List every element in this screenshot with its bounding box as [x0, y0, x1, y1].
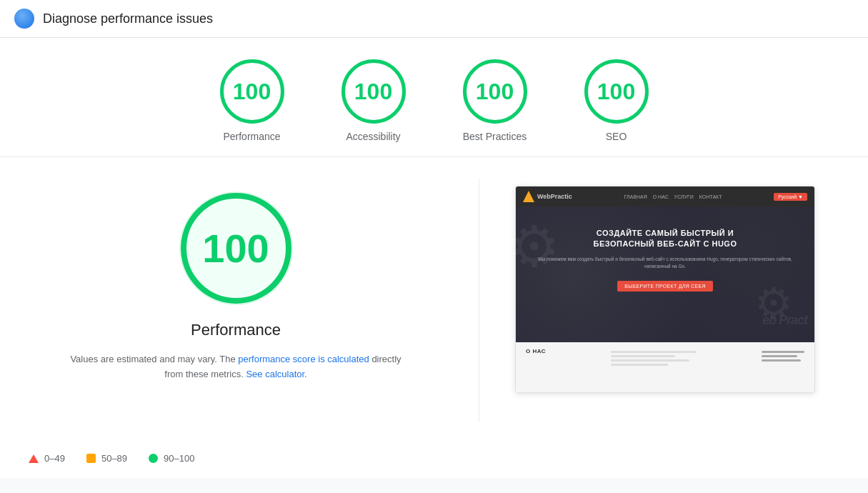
score-circle-best-practices: 100 — [463, 59, 527, 124]
vertical-divider — [479, 179, 479, 422]
preview-hero-subtitle: Мы поможем вам создать быстрый и безопас… — [530, 256, 800, 270]
preview-nav-link-4: КОНТАКТ — [699, 194, 722, 199]
preview-logo-icon — [523, 191, 534, 202]
preview-hero-title: СОЗДАЙТЕ САМЫЙ БЫСТРЫЙ ИБЕЗОПАСНЫЙ ВЕБ-С… — [530, 228, 800, 250]
preview-hero-text: СОЗДАЙТЕ САМЫЙ БЫСТРЫЙ ИБЕЗОПАСНЫЙ ВЕБ-С… — [530, 228, 800, 292]
big-score-value: 100 — [202, 225, 269, 272]
preview-bottom: О НАС — [516, 342, 814, 392]
score-item-seo[interactable]: 100 SEO — [584, 59, 649, 142]
legend-orange-icon — [86, 454, 96, 463]
legend-range-red: 0–49 — [44, 453, 65, 464]
preview-right-line-2 — [762, 355, 797, 357]
legend-item-orange: 50–89 — [86, 453, 127, 464]
score-circle-seo: 100 — [584, 59, 649, 124]
detail-section: 100 Performance Values are estimated and… — [0, 157, 868, 443]
legend-range-green: 90–100 — [164, 453, 194, 464]
legend-red-icon — [29, 454, 39, 463]
description-part1: Values are estimated and may vary. The — [70, 354, 238, 364]
detail-right: WebPractic ГЛАВНАЯ О НАС УСЛУГИ КОНТАКТ … — [515, 179, 839, 422]
detail-title: Performance — [191, 321, 281, 339]
preview-right-line-1 — [762, 351, 804, 353]
legend-item-green: 90–100 — [149, 453, 194, 464]
score-label-accessibility: Accessibility — [346, 131, 400, 142]
scores-section: 100 Performance 100 Accessibility 100 Be… — [0, 38, 868, 157]
performance-score-link[interactable]: performance score is calculated — [238, 354, 369, 364]
score-label-performance: Performance — [223, 131, 280, 142]
lighthouse-icon — [14, 9, 34, 29]
big-score-circle: 100 — [181, 193, 291, 304]
score-circle-accessibility: 100 — [341, 59, 406, 124]
score-label-seo: SEO — [606, 131, 627, 142]
preview-nav-link-2: О НАС — [653, 194, 669, 199]
preview-lines — [611, 351, 697, 366]
preview-watermark: eb Pract — [762, 313, 807, 328]
score-value-best-practices: 100 — [476, 79, 514, 105]
legend-section: 0–49 50–89 90–100 — [0, 443, 868, 478]
preview-nav-btn: Русский ▼ — [774, 193, 807, 201]
preview-section-info: О НАС — [526, 348, 546, 354]
preview-right-line-3 — [762, 359, 801, 362]
score-circle-performance: 100 — [220, 59, 284, 124]
score-label-best-practices: Best Practices — [463, 131, 527, 142]
preview-nav: WebPractic ГЛАВНАЯ О НАС УСЛУГИ КОНТАКТ … — [516, 186, 814, 206]
score-value-accessibility: 100 — [354, 79, 392, 105]
preview-hero: ⚙ ⚙ СОЗДАЙТЕ САМЫЙ БЫСТРЫЙ ИБЕЗОПАСНЫЙ В… — [516, 206, 814, 342]
score-value-performance: 100 — [233, 79, 271, 105]
score-value-seo: 100 — [597, 79, 635, 105]
header-bar: Diagnose performance issues — [0, 0, 868, 38]
score-item-performance[interactable]: 100 Performance — [220, 59, 284, 142]
main-content: 100 Performance 100 Accessibility 100 Be… — [0, 38, 868, 478]
detail-left: 100 Performance Values are estimated and… — [29, 179, 443, 422]
score-item-best-practices[interactable]: 100 Best Practices — [463, 59, 527, 142]
legend-range-orange: 50–89 — [101, 453, 127, 464]
description-text: Values are estimated and may vary. The p… — [64, 352, 407, 382]
score-item-accessibility[interactable]: 100 Accessibility — [341, 59, 406, 142]
preview-line-1 — [611, 351, 697, 353]
preview-section-title: О НАС — [526, 348, 546, 354]
preview-nav-link-1: ГЛАВНАЯ — [624, 194, 647, 199]
preview-logo: WebPractic — [523, 191, 572, 202]
preview-line-4 — [611, 364, 668, 366]
preview-line-3 — [611, 359, 689, 362]
calculator-link[interactable]: See calculator. — [246, 369, 306, 379]
page-title: Diagnose performance issues — [43, 11, 213, 26]
legend-green-icon — [149, 454, 158, 463]
legend-item-red: 0–49 — [29, 453, 65, 464]
preview-lines-right — [762, 351, 804, 362]
preview-nav-link-3: УСЛУГИ — [674, 194, 694, 199]
preview-nav-links: ГЛАВНАЯ О НАС УСЛУГИ КОНТАКТ — [624, 194, 722, 199]
preview-cta-btn: ВЫБЕРИТЕ ПРОЕКТ ДЛЯ СЕБЯ — [617, 281, 713, 292]
preview-logo-text: WebPractic — [537, 193, 572, 200]
preview-line-2 — [611, 355, 675, 357]
website-preview: WebPractic ГЛАВНАЯ О НАС УСЛУГИ КОНТАКТ … — [515, 186, 815, 393]
